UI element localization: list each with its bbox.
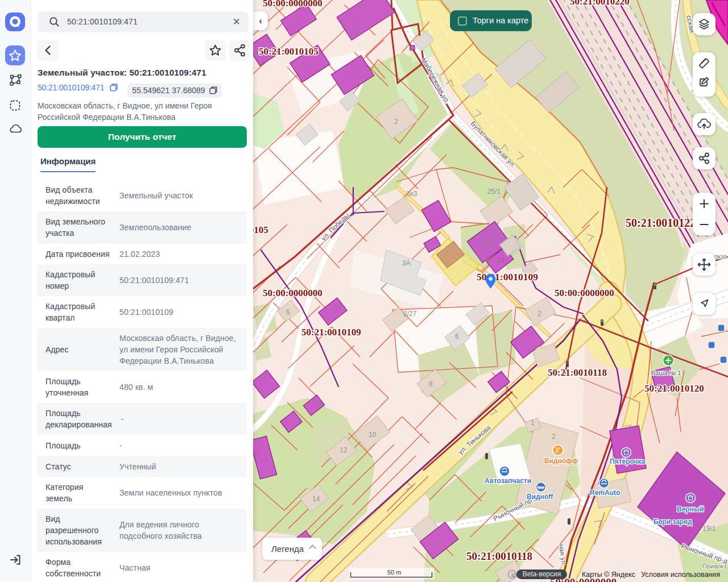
- svg-text:50:21:0010120: 50:21:0010120: [644, 383, 704, 394]
- svg-text:10: 10: [369, 431, 377, 439]
- svg-text:2: 2: [537, 310, 541, 318]
- svg-text:23: 23: [497, 256, 504, 264]
- svg-text:Виднофф: Виднофф: [544, 457, 578, 465]
- svg-text:50:00:0000000: 50:00:0000000: [555, 288, 614, 298]
- svg-text:12: 12: [340, 446, 348, 454]
- svg-text:19/1: 19/1: [702, 525, 716, 533]
- svg-text:50:00:0000000: 50:00:0000000: [263, 0, 322, 9]
- svg-text:2/27: 2/27: [403, 310, 417, 318]
- svg-text:3к3: 3к3: [407, 190, 417, 198]
- svg-text:9А: 9А: [313, 398, 322, 406]
- svg-text:50:21:0010118: 50:21:0010118: [548, 367, 607, 378]
- svg-text:Ваша № 1: Ваша № 1: [651, 369, 681, 376]
- svg-text:Пятёрочка: Пятёрочка: [610, 458, 646, 465]
- svg-text:Видноff: Видноff: [527, 493, 553, 501]
- svg-text:Привокз: Привокз: [702, 563, 726, 569]
- svg-text:2: 2: [394, 118, 398, 126]
- svg-text:6: 6: [455, 332, 459, 340]
- svg-text:3: 3: [436, 537, 440, 544]
- svg-text:Бери заряд: Бери заряд: [653, 518, 692, 526]
- svg-text:50:00:0000000: 50:00:0000000: [263, 288, 322, 298]
- svg-text:50:21:0010122: 50:21:0010122: [626, 217, 696, 229]
- svg-text:50:21:0010105: 50:21:0010105: [253, 225, 268, 235]
- svg-text:50:21:0010118: 50:21:0010118: [466, 550, 532, 562]
- svg-text:Автозапчасти: Автозапчасти: [485, 477, 531, 485]
- svg-text:RemAuto: RemAuto: [590, 489, 620, 497]
- svg-text:50:21:0010109: 50:21:0010109: [301, 327, 361, 338]
- svg-text:8: 8: [429, 380, 433, 388]
- svg-text:14: 14: [312, 495, 320, 503]
- svg-text:5: 5: [286, 309, 290, 317]
- svg-text:50:21:0010220: 50:21:0010220: [570, 0, 630, 7]
- svg-text:50:21:0010105: 50:21:0010105: [259, 46, 318, 57]
- svg-text:2А: 2А: [485, 238, 494, 246]
- svg-text:5А: 5А: [333, 303, 341, 311]
- svg-text:25/1: 25/1: [487, 188, 501, 196]
- svg-text:Верный: Верный: [677, 505, 704, 513]
- svg-text:1: 1: [531, 419, 535, 427]
- svg-text:3А: 3А: [402, 259, 411, 267]
- svg-text:2: 2: [552, 433, 556, 440]
- svg-text:50 m: 50 m: [387, 569, 401, 576]
